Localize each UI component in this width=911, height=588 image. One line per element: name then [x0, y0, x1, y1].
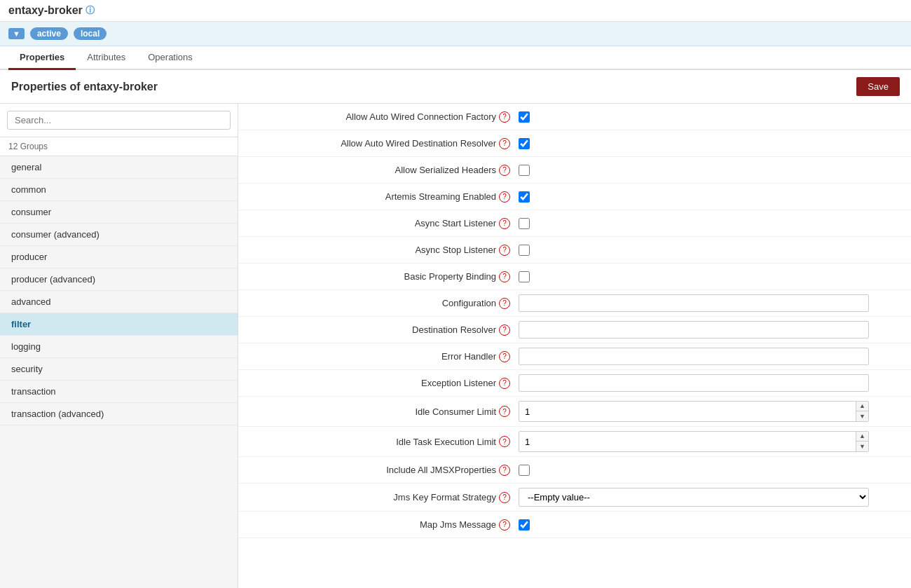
prop-spinner-up-idle-consumer-limit[interactable]: ▲	[856, 402, 868, 411]
prop-label-text-idle-consumer-limit: Idle Consumer Limit	[415, 406, 496, 417]
prop-checkbox-include-all-jmsx-properties[interactable]	[519, 465, 530, 476]
prop-checkbox-allow-serialized-headers[interactable]	[519, 165, 530, 176]
prop-input-error-handler[interactable]	[519, 348, 869, 365]
sidebar-item-advanced[interactable]: advanced	[0, 291, 238, 313]
main-layout: 12 Groups general common consumer consum…	[0, 104, 911, 588]
prop-row-allow-auto-wired-connection-factory: Allow Auto Wired Connection Factory?	[238, 104, 911, 130]
sidebar-item-logging[interactable]: logging	[0, 336, 238, 358]
search-container	[0, 104, 238, 137]
prop-row-async-stop-listener: Async Stop Listener?	[238, 237, 911, 264]
tab-attributes[interactable]: Attributes	[76, 46, 137, 70]
prop-checkbox-async-start-listener[interactable]	[519, 218, 530, 229]
prop-checkbox-allow-auto-wired-destination-resolver[interactable]	[519, 138, 530, 149]
prop-checkbox-map-jms-message[interactable]	[519, 519, 530, 531]
tab-properties[interactable]: Properties	[8, 46, 76, 70]
prop-label-jms-key-format-strategy: Jms Key Format Strategy?	[252, 492, 519, 503]
prop-number-input-idle-consumer-limit[interactable]	[519, 404, 856, 420]
prop-label-text-allow-auto-wired-destination-resolver: Allow Auto Wired Destination Resolver	[341, 138, 496, 149]
app-header: entaxy-broker ⓘ	[0, 0, 911, 22]
prop-row-basic-property-binding: Basic Property Binding?	[238, 264, 911, 290]
prop-help-allow-auto-wired-destination-resolver[interactable]: ?	[499, 138, 510, 149]
prop-input-configuration[interactable]	[519, 294, 869, 312]
prop-select-jms-key-format-strategy[interactable]: --Empty value--	[519, 488, 869, 507]
prop-help-artemis-streaming-enabled[interactable]: ?	[499, 191, 510, 203]
prop-input-destination-resolver[interactable]	[519, 321, 869, 339]
prop-label-text-jms-key-format-strategy: Jms Key Format Strategy	[393, 492, 496, 502]
prop-value-exception-listener	[519, 374, 897, 392]
prop-number-input-idle-task-execution-limit[interactable]	[519, 434, 856, 450]
prop-label-configuration: Configuration?	[252, 298, 519, 309]
prop-value-allow-auto-wired-connection-factory	[519, 111, 897, 123]
prop-label-destination-resolver: Destination Resolver?	[252, 324, 519, 336]
prop-help-exception-listener[interactable]: ?	[499, 378, 510, 389]
sidebar-item-consumer-advanced[interactable]: consumer (advanced)	[0, 224, 238, 246]
prop-row-destination-resolver: Destination Resolver?	[238, 317, 911, 343]
prop-help-include-all-jmsx-properties[interactable]: ?	[499, 465, 510, 476]
prop-label-idle-consumer-limit: Idle Consumer Limit?	[252, 406, 519, 417]
sidebar-item-filter[interactable]: filter	[0, 313, 238, 336]
prop-value-configuration	[519, 294, 897, 312]
info-icon[interactable]: ⓘ	[85, 4, 95, 17]
prop-spinner-down-idle-task-execution-limit[interactable]: ▼	[856, 442, 868, 451]
tab-operations[interactable]: Operations	[137, 46, 204, 70]
prop-spinners-idle-consumer-limit: ▲▼	[856, 402, 868, 421]
prop-label-artemis-streaming-enabled: Artemis Streaming Enabled?	[252, 191, 519, 203]
search-input[interactable]	[7, 111, 231, 130]
top-bar: ▼ active local	[0, 22, 911, 46]
prop-label-text-async-start-listener: Async Start Listener	[415, 218, 496, 228]
app-title: entaxy-broker ⓘ	[8, 4, 95, 17]
badge-active: active	[30, 27, 68, 40]
prop-value-include-all-jmsx-properties	[519, 465, 897, 476]
prop-help-configuration[interactable]: ?	[499, 298, 510, 309]
save-button[interactable]: Save	[856, 77, 900, 96]
prop-value-async-stop-listener	[519, 245, 897, 256]
prop-value-jms-key-format-strategy: --Empty value--	[519, 488, 897, 507]
page-content: Properties of entaxy-broker Save 12 Grou…	[0, 70, 911, 588]
prop-label-allow-auto-wired-destination-resolver: Allow Auto Wired Destination Resolver?	[252, 138, 519, 149]
prop-help-idle-consumer-limit[interactable]: ?	[499, 406, 510, 417]
prop-help-error-handler[interactable]: ?	[499, 351, 510, 362]
prop-label-basic-property-binding: Basic Property Binding?	[252, 271, 519, 282]
prop-help-async-start-listener[interactable]: ?	[499, 218, 510, 229]
prop-label-exception-listener: Exception Listener?	[252, 378, 519, 389]
prop-label-text-destination-resolver: Destination Resolver	[412, 324, 496, 335]
prop-label-text-basic-property-binding: Basic Property Binding	[404, 271, 496, 282]
sidebar-item-producer[interactable]: producer	[0, 246, 238, 268]
prop-row-allow-auto-wired-destination-resolver: Allow Auto Wired Destination Resolver?	[238, 130, 911, 157]
groups-count: 12 Groups	[0, 137, 238, 156]
prop-input-exception-listener[interactable]	[519, 374, 869, 392]
sidebar-item-security[interactable]: security	[0, 358, 238, 381]
sidebar-item-common[interactable]: common	[0, 179, 238, 201]
prop-row-idle-task-execution-limit: Idle Task Execution Limit?▲▼	[238, 427, 911, 457]
properties-list: Allow Auto Wired Connection Factory?Allo…	[238, 104, 911, 538]
dropdown-button[interactable]: ▼	[8, 28, 25, 39]
prop-help-allow-serialized-headers[interactable]: ?	[499, 165, 510, 176]
sidebar-item-transaction[interactable]: transaction	[0, 381, 238, 403]
sidebar-item-producer-advanced[interactable]: producer (advanced)	[0, 268, 238, 291]
prop-help-basic-property-binding[interactable]: ?	[499, 271, 510, 282]
prop-row-idle-consumer-limit: Idle Consumer Limit?▲▼	[238, 397, 911, 427]
prop-spinner-down-idle-consumer-limit[interactable]: ▼	[856, 411, 868, 421]
prop-spinner-up-idle-task-execution-limit[interactable]: ▲	[856, 432, 868, 442]
prop-checkbox-allow-auto-wired-connection-factory[interactable]	[519, 111, 530, 123]
prop-row-artemis-streaming-enabled: Artemis Streaming Enabled?	[238, 184, 911, 210]
prop-label-text-error-handler: Error Handler	[441, 351, 496, 362]
prop-value-map-jms-message	[519, 519, 897, 531]
prop-value-artemis-streaming-enabled	[519, 191, 897, 203]
prop-checkbox-async-stop-listener[interactable]	[519, 245, 530, 256]
prop-help-allow-auto-wired-connection-factory[interactable]: ?	[499, 111, 510, 123]
prop-label-text-allow-auto-wired-connection-factory: Allow Auto Wired Connection Factory	[345, 111, 496, 122]
prop-checkbox-basic-property-binding[interactable]	[519, 271, 530, 282]
prop-help-jms-key-format-strategy[interactable]: ?	[499, 492, 510, 503]
prop-help-destination-resolver[interactable]: ?	[499, 324, 510, 336]
prop-help-map-jms-message[interactable]: ?	[499, 519, 510, 531]
tabs-container: Properties Attributes Operations	[0, 46, 911, 70]
sidebar-item-general[interactable]: general	[0, 156, 238, 179]
prop-value-destination-resolver	[519, 321, 897, 339]
prop-checkbox-artemis-streaming-enabled[interactable]	[519, 191, 530, 203]
prop-help-idle-task-execution-limit[interactable]: ?	[499, 436, 510, 447]
prop-help-async-stop-listener[interactable]: ?	[499, 245, 510, 256]
sidebar-item-transaction-advanced[interactable]: transaction (advanced)	[0, 403, 238, 425]
prop-value-idle-task-execution-limit: ▲▼	[519, 431, 897, 452]
sidebar-item-consumer[interactable]: consumer	[0, 201, 238, 224]
